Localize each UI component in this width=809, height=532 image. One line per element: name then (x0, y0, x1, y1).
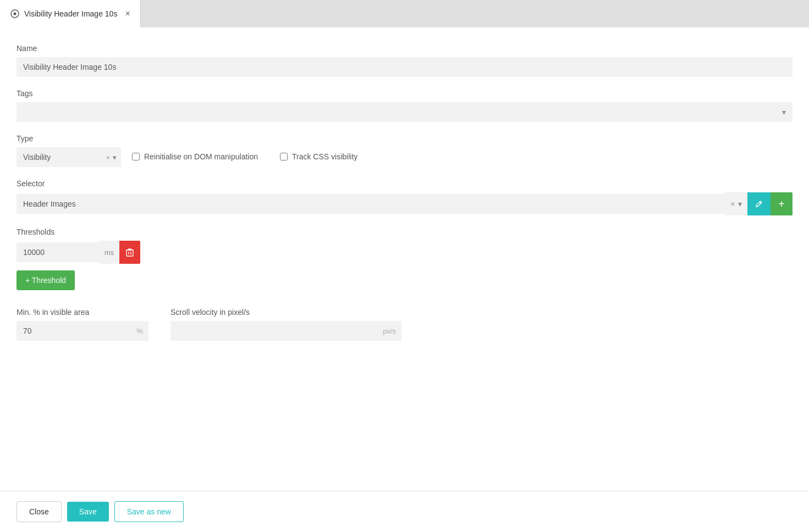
min-visible-input[interactable] (16, 321, 148, 341)
selector-dropdown-arrow[interactable]: ▾ (738, 199, 742, 208)
threshold-delete-button[interactable] (119, 241, 140, 264)
tab-close-button[interactable]: × (125, 9, 130, 18)
selector-input[interactable] (16, 194, 725, 214)
main-content: Name Tags Type Visibility × (0, 27, 809, 491)
scroll-velocity-label: Scroll velocity in pixel/s (170, 308, 401, 317)
name-input[interactable] (16, 57, 793, 77)
tags-field-group: Tags (16, 89, 793, 122)
selector-clear-button[interactable]: × (730, 199, 735, 208)
reinitialise-label: Reinitialise on DOM manipulation (144, 152, 258, 163)
add-threshold-label: + Threshold (25, 276, 66, 285)
trash-icon (126, 248, 134, 257)
pencil-icon (755, 200, 763, 208)
tab-icon (10, 9, 20, 19)
threshold-value-input[interactable] (16, 242, 99, 262)
scroll-velocity-input[interactable] (170, 321, 401, 341)
svg-point-1 (14, 13, 16, 15)
name-field-group: Name (16, 44, 793, 77)
bottom-bar: Close Save Save as new (0, 491, 809, 532)
tags-wrapper (16, 102, 793, 122)
selector-input-wrapper: × ▾ + (16, 192, 793, 215)
add-threshold-button[interactable]: + Threshold (16, 270, 75, 290)
selector-action-buttons: + (747, 192, 793, 215)
selector-label: Selector (16, 179, 793, 188)
close-button[interactable]: Close (16, 501, 62, 522)
selector-edit-button[interactable] (747, 192, 771, 215)
checkboxes-group: Reinitialise on DOM manipulation Track C… (132, 152, 357, 163)
save-button[interactable]: Save (67, 502, 109, 522)
type-select-wrapper: Visibility × ▾ (16, 147, 121, 167)
threshold-row: ms (16, 241, 793, 264)
selector-field-group: Selector × ▾ + (16, 179, 793, 215)
save-as-new-button[interactable]: Save as new (114, 501, 184, 522)
track-css-label: Track CSS visibility (292, 152, 357, 163)
type-label: Type (16, 134, 793, 143)
scroll-velocity-input-wrapper: px/s (170, 321, 401, 341)
track-css-checkbox[interactable] (280, 153, 288, 160)
svg-rect-2 (126, 250, 133, 256)
name-label: Name (16, 44, 793, 53)
type-row: Visibility × ▾ Reinitialise on DOM manip… (16, 147, 793, 167)
thresholds-label: Thresholds (16, 228, 793, 236)
plus-icon: + (778, 198, 785, 209)
scroll-velocity-field-group: Scroll velocity in pixel/s px/s (170, 308, 401, 341)
selector-add-button[interactable]: + (771, 192, 793, 215)
min-visible-field-group: Min. % in visible area % (16, 308, 148, 341)
tab-bar: Visibility Header Image 10s × (0, 0, 809, 27)
reinitialise-checkbox-item: Reinitialise on DOM manipulation (132, 152, 258, 163)
type-field-group: Type Visibility × ▾ Reinitialise on DOM … (16, 134, 793, 167)
type-clear-button[interactable]: × (106, 153, 110, 162)
thresholds-field-group: Thresholds ms + Threshold (16, 228, 793, 290)
reinitialise-checkbox[interactable] (132, 153, 140, 160)
tab-label: Visibility Header Image 10s (24, 9, 117, 18)
metrics-row: Min. % in visible area % Scroll velocity… (16, 308, 793, 353)
min-visible-label: Min. % in visible area (16, 308, 148, 317)
tab-visibility[interactable]: Visibility Header Image 10s × (0, 0, 141, 27)
threshold-unit: ms (99, 241, 119, 264)
selector-controls: × ▾ (725, 192, 747, 215)
track-css-checkbox-item: Track CSS visibility (280, 152, 357, 163)
tags-select[interactable] (16, 102, 793, 122)
tags-label: Tags (16, 89, 793, 98)
min-visible-input-wrapper: % (16, 321, 148, 341)
